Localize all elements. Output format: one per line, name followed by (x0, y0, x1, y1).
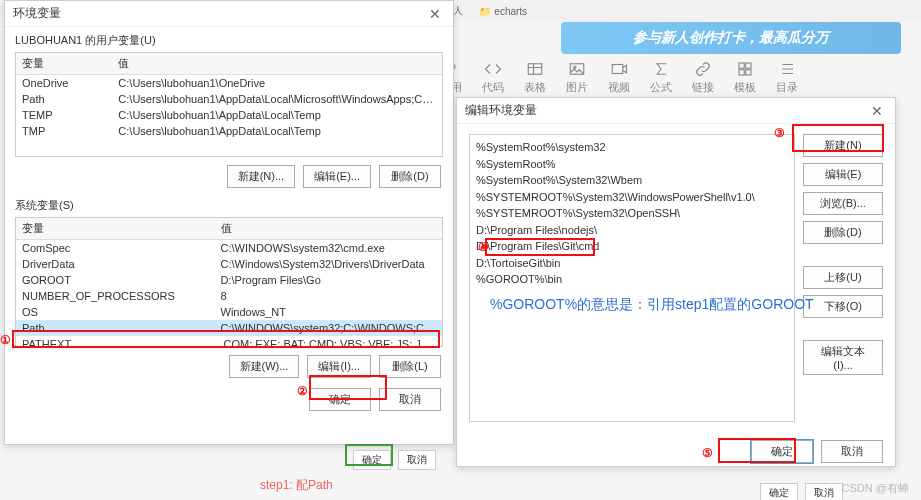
svg-rect-6 (739, 70, 744, 75)
promo-banner: 参与新人创作打卡，最高瓜分万 (561, 22, 901, 54)
edit-button[interactable]: 编辑(I)... (307, 355, 371, 378)
marker-4: ④ (478, 240, 489, 254)
dialog-title: 编辑环境变量 (465, 102, 537, 119)
step-caption: step1: 配Path (260, 477, 333, 494)
video-icon[interactable]: 视频 (608, 60, 630, 95)
delete-button[interactable]: 删除(D) (379, 165, 441, 188)
list-item[interactable]: D:\Program Files\Git\cmd (476, 238, 788, 255)
svg-rect-4 (739, 63, 744, 68)
svg-rect-3 (612, 65, 623, 74)
delete-button[interactable]: 删除(D) (803, 221, 883, 244)
new-button[interactable]: 新建(N)... (227, 165, 295, 188)
list-item[interactable]: %SYSTEMROOT%\System32\OpenSSH\ (476, 205, 788, 222)
marker-1: ① (0, 333, 11, 347)
marker-2: ② (297, 384, 308, 398)
annotation-note: %GOROOT%的意思是：引用step1配置的GOROOT (490, 296, 814, 314)
system-vars-label: 系统变量(S) (15, 198, 443, 213)
table-row[interactable]: OneDriveC:\Users\lubohuan1\OneDrive (16, 75, 442, 92)
table-row[interactable]: PATHEXT.COM;.EXE;.BAT;.CMD;.VBS;.VBE;.JS… (16, 336, 442, 347)
user-vars-table[interactable]: 变量值 OneDriveC:\Users\lubohuan1\OneDriveP… (15, 52, 443, 157)
cancel-button[interactable]: 取消 (379, 388, 441, 411)
bg-ok-button[interactable]: 确定 (760, 483, 798, 500)
marker-5: ⑤ (702, 446, 713, 460)
environment-variables-dialog: 环境变量 ✕ LUBOHUAN1 的用户变量(U) 变量值 OneDriveC:… (4, 0, 454, 445)
table-row[interactable]: TMPC:\Users\lubohuan1\AppData\Local\Temp (16, 123, 442, 139)
cancel-button[interactable]: 取消 (821, 440, 883, 463)
system-vars-table[interactable]: 变量值 ComSpecC:\WINDOWS\system32\cmd.exeDr… (15, 217, 443, 347)
bg-cancel-button[interactable]: 取消 (805, 483, 843, 500)
bg-cancel-button[interactable]: 取消 (398, 450, 436, 470)
new-button[interactable]: 新建(W)... (229, 355, 300, 378)
browse-button[interactable]: 浏览(B)... (803, 192, 883, 215)
new-button[interactable]: 新建(N) (803, 134, 883, 157)
table-row[interactable]: OSWindows_NT (16, 304, 442, 320)
dialog-title: 环境变量 (13, 5, 61, 22)
user-vars-label: LUBOHUAN1 的用户变量(U) (15, 33, 443, 48)
path-list[interactable]: %SystemRoot%\system32%SystemRoot%%System… (469, 134, 795, 422)
ok-button[interactable]: 确定 (751, 440, 813, 463)
table-row[interactable]: ComSpecC:\WINDOWS\system32\cmd.exe (16, 240, 442, 257)
image-icon[interactable]: 图片 (566, 60, 588, 95)
list-item[interactable]: %SystemRoot%\system32 (476, 139, 788, 156)
table-row[interactable]: TEMPC:\Users\lubohuan1\AppData\Local\Tem… (16, 107, 442, 123)
delete-button[interactable]: 删除(L) (379, 355, 441, 378)
edit-text-button[interactable]: 编辑文本(I)... (803, 340, 883, 375)
watermark: CSDN @有蝉 (842, 481, 909, 496)
move-up-button[interactable]: 上移(U) (803, 266, 883, 289)
svg-rect-0 (528, 64, 542, 75)
formula-icon[interactable]: 公式 (650, 60, 672, 95)
svg-rect-7 (746, 70, 751, 75)
list-item[interactable]: %SystemRoot%\System32\Wbem (476, 172, 788, 189)
list-icon[interactable]: 目录 (776, 60, 798, 95)
table-row[interactable]: NUMBER_OF_PROCESSORS8 (16, 288, 442, 304)
list-item[interactable]: D:\Program Files\nodejs\ (476, 222, 788, 239)
editor-toolbar: 引用 代码 表格 图片 视频 公式 链接 模板 目录 (440, 60, 901, 95)
list-item[interactable]: %GOROOT%\bin (476, 271, 788, 288)
list-item[interactable]: D:\TortoiseGit\bin (476, 255, 788, 272)
template-icon[interactable]: 模板 (734, 60, 756, 95)
close-icon[interactable]: ✕ (867, 103, 887, 119)
edit-environment-variable-dialog: 编辑环境变量 ✕ %SystemRoot%\system32%SystemRoo… (456, 97, 896, 467)
edit-button[interactable]: 编辑(E) (803, 163, 883, 186)
table-row[interactable]: PathC:\Users\lubohuan1\AppData\Local\Mic… (16, 91, 442, 107)
list-item[interactable]: %SystemRoot% (476, 156, 788, 173)
svg-rect-5 (746, 63, 751, 68)
move-down-button[interactable]: 下移(O) (803, 295, 883, 318)
browser-tab[interactable]: 📁echarts (474, 5, 532, 18)
close-icon[interactable]: ✕ (425, 6, 445, 22)
ok-button[interactable]: 确定 (309, 388, 371, 411)
edit-button[interactable]: 编辑(E)... (303, 165, 371, 188)
table-row[interactable]: DriverDataC:\Windows\System32\Drivers\Dr… (16, 256, 442, 272)
link-icon[interactable]: 链接 (692, 60, 714, 95)
table-row[interactable]: GOROOTD:\Program Files\Go (16, 272, 442, 288)
marker-3: ③ (774, 126, 785, 140)
table-icon[interactable]: 表格 (524, 60, 546, 95)
table-row[interactable]: PathC:\WINDOWS\system32;C:\WINDOWS;C:\WI… (16, 320, 442, 336)
bg-ok-button[interactable]: 确定 (353, 450, 391, 470)
list-item[interactable]: %SYSTEMROOT%\System32\WindowsPowerShell\… (476, 189, 788, 206)
code-icon[interactable]: 代码 (482, 60, 504, 95)
